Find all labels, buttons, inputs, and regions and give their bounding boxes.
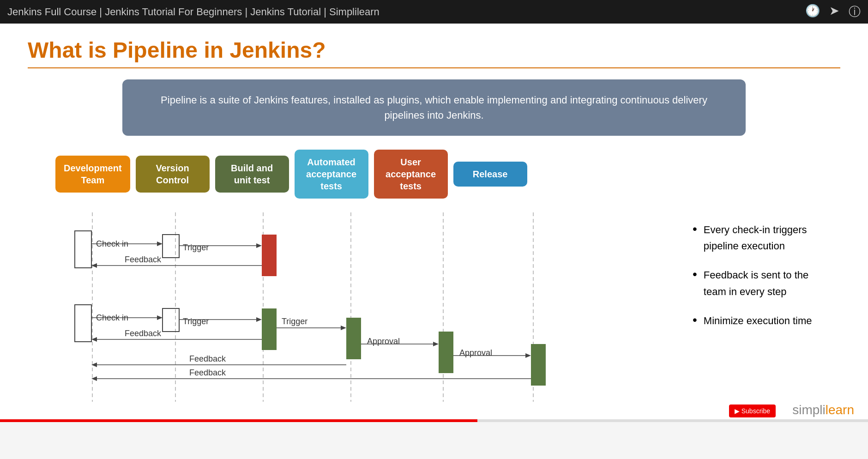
svg-rect-22: [163, 308, 179, 332]
diagram-area: Check in Trigger: [28, 208, 840, 408]
share-icon[interactable]: ➤: [829, 4, 839, 20]
svg-marker-25: [256, 317, 262, 322]
slide-content: What is Pipeline in Jenkins? Pipeline is…: [0, 24, 868, 422]
stage-build-unit-test: Build andunit test: [215, 156, 289, 193]
svg-rect-18: [75, 305, 91, 342]
svg-text:Feedback: Feedback: [125, 255, 162, 264]
svg-text:Approval: Approval: [459, 348, 492, 357]
svg-marker-21: [157, 315, 163, 320]
bullet-1: • Every check-in triggers pipeline execu…: [693, 222, 831, 254]
info-icon[interactable]: ⓘ: [849, 4, 861, 20]
svg-rect-10: [163, 235, 179, 258]
svg-rect-33: [346, 318, 361, 359]
svg-rect-37: [439, 332, 453, 373]
heading-divider: [28, 67, 840, 68]
bullet-text-1: Every check-in triggers pipeline executi…: [704, 222, 831, 254]
svg-text:Trigger: Trigger: [183, 243, 209, 252]
bullets-section: • Every check-in triggers pipeline execu…: [683, 208, 840, 408]
svg-text:Trigger: Trigger: [183, 317, 209, 326]
subscribe-button[interactable]: ▶ Subscribe: [729, 405, 776, 417]
description-box: Pipeline is a suite of Jenkins features,…: [122, 79, 746, 136]
video-title: Jenkins Full Course | Jenkins Tutorial F…: [7, 6, 380, 18]
progress-bar-fill: [0, 419, 477, 422]
svg-marker-36: [433, 342, 439, 346]
stage-release: Release: [453, 162, 527, 187]
description-text: Pipeline is a suite of Jenkins features,…: [161, 94, 707, 121]
bullet-text-2: Feedback is sent to the team in every st…: [704, 267, 831, 299]
svg-marker-9: [157, 242, 163, 246]
bullet-3: • Minimize execution time: [693, 313, 831, 329]
stages-row: DevelopmentTeam VersionControl Build and…: [28, 150, 840, 199]
bullet-dot-2: •: [693, 268, 697, 281]
stage-uat: Useracceptancetests: [374, 150, 448, 199]
bullet-dot-3: •: [693, 314, 697, 326]
bullet-dot-1: •: [693, 223, 697, 236]
svg-rect-26: [262, 308, 277, 350]
top-bar-icons: 🕐 ➤ ⓘ: [805, 4, 861, 20]
simplilearn-logo: simplilearn: [792, 403, 854, 417]
svg-text:Trigger: Trigger: [282, 317, 307, 326]
bullet-2: • Feedback is sent to the team in every …: [693, 267, 831, 299]
svg-marker-13: [256, 243, 262, 248]
svg-text:Approval: Approval: [367, 337, 400, 346]
logo-part1: simpli: [792, 403, 826, 417]
pipeline-diagram: Check in Trigger: [46, 208, 683, 408]
slide-heading: What is Pipeline in Jenkins?: [28, 37, 840, 63]
svg-rect-41: [531, 344, 546, 386]
clock-icon[interactable]: 🕐: [805, 4, 820, 20]
svg-text:Feedback: Feedback: [125, 329, 162, 338]
svg-marker-40: [525, 353, 531, 358]
top-bar: Jenkins Full Course | Jenkins Tutorial F…: [0, 0, 868, 24]
progress-bar[interactable]: [0, 419, 868, 422]
svg-rect-14: [262, 235, 277, 276]
stage-automated-tests: Automatedacceptancetests: [295, 150, 368, 199]
svg-text:Feedback: Feedback: [189, 368, 226, 377]
stage-version-control: VersionControl: [136, 156, 210, 193]
svg-marker-31: [341, 326, 346, 330]
svg-rect-6: [75, 231, 91, 268]
stage-development: DevelopmentTeam: [55, 156, 130, 193]
svg-text:Feedback: Feedback: [189, 354, 226, 363]
logo-part2: learn: [826, 403, 854, 417]
bullet-text-3: Minimize execution time: [704, 313, 812, 329]
